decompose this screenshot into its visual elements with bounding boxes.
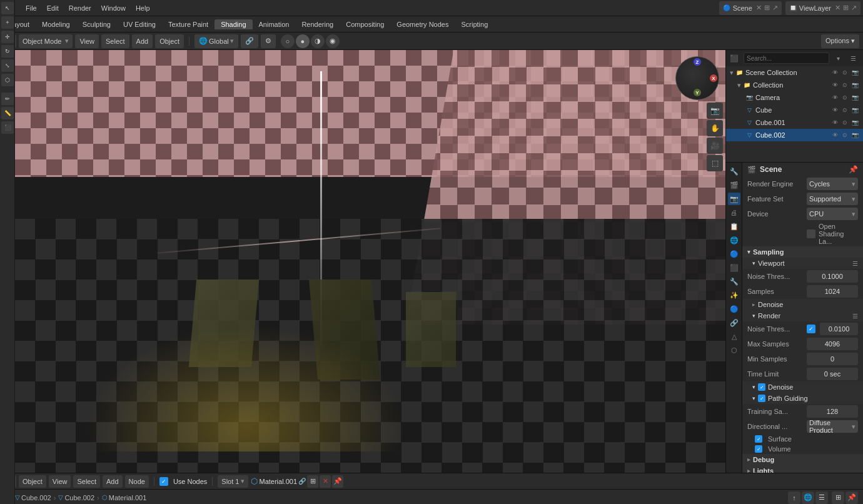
cube002-rend-icon[interactable]: 📷 (850, 131, 859, 139)
scene-props-icon[interactable]: 🌐 (728, 234, 740, 246)
cube002-vis-icon[interactable]: 👁 (830, 131, 839, 139)
material-delete-btn[interactable]: ✕ (320, 475, 331, 488)
outliner-scene-collection[interactable]: ▾ 📁 Scene Collection 👁 ⊙ 📷 (726, 66, 863, 79)
material-preview-btn[interactable]: ◑ (311, 34, 325, 48)
menu-render[interactable]: Render (64, 3, 96, 13)
nav-widget[interactable]: X Z Y (675, 56, 719, 100)
osl-checkbox[interactable] (807, 229, 815, 238)
node-view-menu[interactable]: View (49, 475, 71, 488)
use-nodes-checkbox[interactable]: ✓ (159, 477, 168, 486)
wireframe-btn[interactable]: ○ (281, 34, 295, 48)
tab-uv-editing[interactable]: UV Editing (117, 19, 162, 29)
path-guiding-header[interactable]: ▾ ✓ Path Guiding (742, 393, 863, 404)
scene-dropdown[interactable]: 🔵 Scene ✕ ⊞ ↗ (719, 1, 782, 15)
render-engine-dropdown[interactable]: Cycles ▾ (807, 178, 858, 190)
lights-header[interactable]: ▸ Lights (742, 465, 863, 473)
world-props-icon[interactable]: 🔵 (728, 248, 740, 260)
cube002-sel-icon[interactable]: ⊙ (840, 131, 849, 139)
cube-rend-icon[interactable]: 📷 (850, 106, 859, 114)
nav-x-axis[interactable]: X (710, 74, 717, 82)
viewport-subsection-header[interactable]: ▾ Viewport ☰ (742, 258, 863, 269)
outliner-settings-btn[interactable]: ☰ (847, 52, 859, 64)
constraints-props-icon[interactable]: 🔗 (728, 316, 740, 329)
debug-header[interactable]: ▸ Debug (742, 454, 863, 465)
col-rend-icon[interactable]: 📷 (850, 81, 859, 89)
breadcrumb-cube002-1[interactable]: ▽ Cube.002 (15, 494, 51, 501)
viewlayer-dropdown[interactable]: 🔲 ViewLayer ✕ ⊞ ↗ (785, 1, 860, 15)
node-object-menu[interactable]: Object (19, 475, 46, 488)
rendered-btn[interactable]: ◉ (326, 34, 340, 48)
solid-btn[interactable]: ● (296, 34, 310, 48)
nav-sphere[interactable]: X Z Y (675, 56, 719, 100)
denoise-render-header[interactable]: ▾ ✓ Denoise (742, 381, 863, 393)
samples-viewport-input[interactable]: 1024 (807, 285, 858, 298)
tab-rendering[interactable]: Rendering (295, 19, 340, 29)
options-btn[interactable]: Options ▾ (821, 34, 859, 48)
noise-threshold-viewport-input[interactable]: 0.1000 (807, 270, 858, 283)
denoise-viewport-header[interactable]: ▸ Denoise (742, 299, 863, 310)
particles-props-icon[interactable]: ✨ (728, 289, 740, 301)
cam-vis-icon[interactable]: 👁 (830, 93, 839, 102)
col-vis-icon[interactable]: 👁 (830, 81, 839, 89)
col-sel-icon[interactable]: ⊙ (840, 81, 849, 89)
tab-animation[interactable]: Animation (253, 19, 296, 29)
tool-add-cube[interactable]: ⬛ (1, 121, 14, 134)
directional-dropdown[interactable]: Diffuse Product ▾ (807, 420, 858, 433)
breadcrumb-material[interactable]: ⬡ Material.001 (102, 494, 147, 501)
tab-geometry-nodes[interactable]: Geometry Nodes (390, 19, 455, 29)
feature-set-dropdown[interactable]: Supported ▾ (807, 193, 858, 205)
tab-sculpting[interactable]: Sculpting (76, 19, 117, 29)
bc-view-btn[interactable]: 🌐 (802, 491, 814, 504)
cube001-rend-icon[interactable]: 📷 (850, 118, 859, 127)
material-copy-btn[interactable]: ⊞ (307, 475, 318, 488)
render-noise-threshold-checkbox[interactable]: ✓ (807, 325, 815, 333)
bc-pin-btn[interactable]: 📌 (845, 491, 858, 504)
object-props-icon[interactable]: ⬛ (728, 261, 740, 274)
menu-help[interactable]: Help (131, 3, 154, 13)
tab-compositing[interactable]: Compositing (340, 19, 390, 29)
cam-sel-icon[interactable]: ⊙ (840, 93, 849, 102)
modifier-props-icon[interactable]: 🔧 (728, 275, 740, 288)
bc-zoom-btn[interactable]: ⊞ (832, 491, 844, 504)
add-menu[interactable]: Add (132, 34, 153, 48)
path-guiding-checkbox[interactable]: ✓ (758, 395, 765, 402)
cube001-vis-icon[interactable]: 👁 (830, 118, 839, 127)
menu-file[interactable]: File (21, 3, 41, 13)
nav-y-axis[interactable]: Y (694, 89, 701, 96)
render-restrict-icon[interactable]: 📷 (850, 68, 859, 77)
outliner-cube001[interactable]: ▽ Cube.001 👁 ⊙ 📷 (726, 116, 863, 129)
outliner-collection[interactable]: ▾ 📁 Collection 👁 ⊙ 📷 (726, 79, 863, 91)
tool-measure[interactable]: 📏 (1, 107, 14, 119)
tool-annotate[interactable]: ✏ (1, 93, 14, 105)
bc-settings-btn[interactable]: ☰ (815, 491, 828, 504)
tool-transform[interactable]: ⬡ (1, 74, 14, 86)
hand-tool-btn[interactable]: ✋ (707, 120, 723, 136)
tab-modeling[interactable]: Modeling (36, 19, 76, 29)
device-dropdown[interactable]: CPU ▾ (807, 208, 858, 220)
snap-options[interactable]: ⚙ (261, 34, 276, 48)
render-noise-threshold-input[interactable]: 0.0100 (820, 323, 858, 335)
camera-render-btn[interactable]: 🎥 (707, 138, 723, 154)
object-menu[interactable]: Object (155, 34, 184, 48)
node-node-menu[interactable]: Node (125, 475, 149, 488)
snap-toggle[interactable]: 🔗 (241, 34, 258, 48)
outliner-cube[interactable]: ▽ Cube 👁 ⊙ 📷 (726, 104, 863, 116)
output-icon-btn[interactable]: 🖨 (728, 206, 740, 219)
tool-scale[interactable]: ⤡ (1, 59, 14, 72)
tab-scripting[interactable]: Scripting (455, 19, 494, 29)
min-samples-input[interactable]: 0 (807, 353, 858, 365)
node-add-menu[interactable]: Add (103, 475, 123, 488)
tab-shading[interactable]: Shading (214, 19, 252, 29)
outliner-camera[interactable]: 📷 Camera 👁 ⊙ 📷 (726, 91, 863, 104)
menu-window[interactable]: Window (97, 3, 130, 13)
transform-orientation[interactable]: 🌐 Global ▾ (194, 34, 238, 48)
menu-edit[interactable]: Edit (43, 3, 63, 13)
training-sa-input[interactable]: 128 (807, 405, 858, 418)
scene-icon-btn[interactable]: 🎬 (728, 179, 740, 191)
visibility-icon[interactable]: 👁 (830, 68, 839, 77)
view-layer-icon[interactable]: 📋 (728, 220, 740, 233)
surface-checkbox[interactable]: ✓ (755, 435, 762, 443)
tool-move[interactable]: ✛ (1, 31, 14, 43)
select-restrict-icon[interactable]: ⊙ (840, 68, 849, 77)
bc-back-btn[interactable]: ↑ (788, 491, 800, 504)
